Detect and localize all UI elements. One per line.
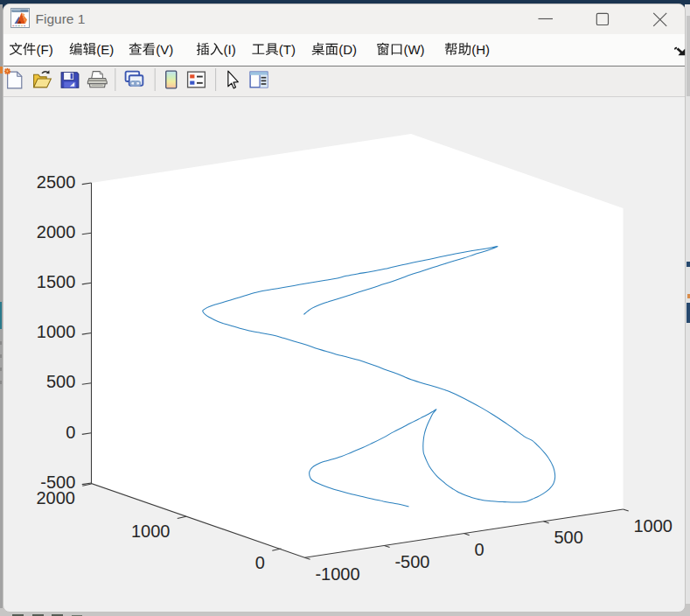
svg-text:0: 0 xyxy=(255,553,265,572)
svg-text:0: 0 xyxy=(66,423,75,442)
svg-text:(T): (T) xyxy=(279,42,296,57)
svg-text:1000: 1000 xyxy=(37,322,76,341)
svg-text:1500: 1500 xyxy=(37,272,76,291)
svg-text:(D): (D) xyxy=(338,42,357,57)
svg-text:(I): (I) xyxy=(224,42,236,57)
svg-text:1000: 1000 xyxy=(634,516,673,536)
svg-text:(H): (H) xyxy=(471,42,490,57)
svg-text:Figure 1: Figure 1 xyxy=(36,11,86,26)
svg-text:1000: 1000 xyxy=(131,522,171,541)
svg-text:(E): (E) xyxy=(96,42,114,57)
svg-text:-1000: -1000 xyxy=(315,564,359,584)
svg-text:500: 500 xyxy=(46,372,75,391)
svg-text:2000: 2000 xyxy=(36,488,75,508)
svg-text:500: 500 xyxy=(554,528,583,547)
svg-text:(V): (V) xyxy=(156,42,173,57)
svg-text:2500: 2500 xyxy=(37,172,76,192)
svg-text:(W): (W) xyxy=(403,42,424,57)
svg-text:(F): (F) xyxy=(37,42,53,57)
svg-text:-500: -500 xyxy=(394,552,429,571)
svg-text:0: 0 xyxy=(475,540,484,559)
svg-text:2000: 2000 xyxy=(37,222,76,242)
